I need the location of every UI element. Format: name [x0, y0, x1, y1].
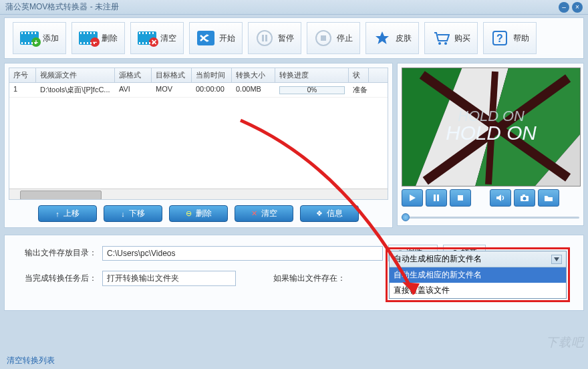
after-task-select[interactable]: 打开转换输出文件夹	[102, 271, 236, 286]
media-controls	[402, 187, 579, 209]
stop-icon	[314, 31, 333, 45]
close-button[interactable]: ×	[572, 2, 583, 13]
col-source[interactable]: 视频源文件	[36, 68, 115, 82]
pause-button[interactable]: 暂停	[248, 22, 301, 54]
chevron-down-icon[interactable]	[551, 255, 562, 264]
list-delete-button[interactable]: ⊖删除	[169, 205, 228, 222]
svg-rect-22	[523, 195, 525, 196]
move-down-button[interactable]: ↓下移	[104, 205, 162, 222]
info-button[interactable]: ❖信息	[300, 205, 359, 222]
svg-rect-19	[458, 195, 463, 201]
watermark-text: 下载吧	[546, 334, 584, 350]
col-progress[interactable]: 转换进度	[275, 68, 349, 82]
pause-label: 暂停	[278, 33, 294, 44]
filmstrip-clear-icon: ✕	[138, 31, 156, 45]
svg-rect-18	[437, 195, 439, 201]
cell-src-format: AVI	[115, 83, 152, 97]
stop-label: 停止	[337, 33, 353, 44]
col-src-format[interactable]: 源格式	[115, 68, 152, 82]
start-label: 开始	[219, 33, 235, 44]
arrow-down-icon: ↓	[121, 210, 125, 218]
window-title: 蒲公英MOV格式转换器 - 未注册	[5, 1, 119, 13]
col-seq[interactable]: 序号	[9, 68, 36, 82]
combo-dropdown-list: 自动生成相应的新文件名 直接覆盖该文件	[390, 267, 566, 298]
cell-source: D:\tools\桌面\[P]fcC...	[36, 83, 115, 97]
cell-progress: 0%	[275, 83, 349, 97]
folder-button[interactable]	[538, 189, 559, 207]
col-tgt-format[interactable]: 目标格式	[152, 68, 192, 82]
media-pause-button[interactable]	[426, 189, 447, 207]
progress-bar: 0%	[279, 86, 345, 94]
delete-label: 删除	[102, 33, 118, 44]
file-list-panel: 序号 视频源文件 源格式 目标格式 当前时间 转换大小 转换进度 状 1 D:\…	[4, 63, 393, 228]
clear-button[interactable]: ✕ 清空	[130, 22, 184, 54]
table-body: 1 D:\tools\桌面\[P]fcC... AVI MOV 00:00:00…	[9, 83, 388, 98]
svg-point-1	[257, 31, 272, 45]
skin-label: 皮肤	[396, 33, 412, 44]
preview-art-icon: HOLD ON HOLD ON	[402, 68, 580, 187]
play-button[interactable]	[402, 189, 423, 207]
svg-rect-0	[197, 31, 214, 45]
stop-button[interactable]: 停止	[307, 22, 360, 54]
x-icon: ✕	[251, 209, 257, 218]
filmstrip-delete-icon: −	[79, 31, 98, 45]
add-button[interactable]: + 添加	[13, 22, 66, 54]
svg-rect-5	[321, 35, 326, 41]
delete-button[interactable]: − 删除	[71, 22, 125, 54]
video-preview[interactable]: HOLD ON HOLD ON	[402, 68, 581, 187]
annotation-highlight-box: 自动生成相应的新文件名 自动生成相应的新文件名 直接覆盖该文件	[386, 247, 570, 302]
svg-text:HOLD ON: HOLD ON	[446, 122, 537, 144]
titlebar: 蒲公英MOV格式转换器 - 未注册 – ×	[0, 0, 588, 15]
move-up-button[interactable]: ↑上移	[38, 205, 97, 222]
filmstrip-add-icon: +	[20, 31, 39, 45]
snapshot-button[interactable]	[514, 189, 535, 207]
minus-circle-icon: ⊖	[186, 209, 192, 218]
list-clear-button[interactable]: ✕清空	[235, 205, 293, 222]
output-dir-label: 输出文件存放目录：	[17, 247, 97, 259]
col-time[interactable]: 当前时间	[192, 68, 232, 82]
cell-status: 准备	[349, 83, 369, 97]
svg-point-7	[444, 42, 447, 45]
col-size[interactable]: 转换大小	[232, 68, 275, 82]
after-task-label: 当完成转换任务后：	[17, 273, 97, 284]
pause-icon	[255, 31, 274, 45]
output-dir-input[interactable]	[102, 246, 383, 261]
shuffle-icon	[196, 31, 215, 45]
media-stop-button[interactable]	[450, 189, 471, 207]
output-settings-panel: 输出文件存放目录： ✺浏览... ✪打开 当完成转换任务后： 打开转换输出文件夹…	[4, 235, 584, 311]
horizontal-scrollbar[interactable]	[9, 189, 388, 199]
help-button[interactable]: ? 帮助	[483, 22, 537, 54]
cell-seq: 1	[9, 83, 36, 97]
combo-option[interactable]: 自动生成相应的新文件名	[390, 267, 566, 283]
svg-rect-2	[262, 35, 264, 41]
svg-rect-17	[434, 195, 436, 201]
col-status[interactable]: 状	[349, 68, 369, 82]
svg-rect-3	[265, 35, 267, 41]
skin-button[interactable]: 皮肤	[365, 22, 419, 54]
seek-slider[interactable]	[402, 213, 579, 221]
file-table[interactable]: 序号 视频源文件 源格式 目标格式 当前时间 转换大小 转换进度 状 1 D:\…	[9, 68, 388, 200]
help-label: 帮助	[513, 33, 529, 44]
combo-selected[interactable]: 自动生成相应的新文件名	[390, 251, 566, 267]
svg-point-21	[523, 197, 527, 201]
list-action-bar: ↑上移 ↓下移 ⊖删除 ✕清空 ❖信息	[9, 200, 388, 223]
svg-text:?: ?	[496, 33, 503, 44]
if-exists-select[interactable]: 自动生成相应的新文件名 自动生成相应的新文件名 直接覆盖该文件	[389, 251, 567, 299]
clear-label: 清空	[160, 33, 176, 44]
cell-size: 0.00MB	[232, 83, 275, 97]
if-exists-label: 如果输出文件存在：	[273, 273, 345, 284]
buy-label: 购买	[454, 33, 470, 44]
star-icon	[373, 31, 392, 45]
add-label: 添加	[43, 33, 59, 44]
clear-list-link[interactable]: 清空转换列表	[7, 355, 55, 366]
slider-thumb[interactable]	[402, 213, 410, 221]
arrow-up-icon: ↑	[55, 210, 59, 218]
combo-option[interactable]: 直接覆盖该文件	[390, 283, 566, 298]
minimize-button[interactable]: –	[559, 2, 569, 13]
start-button[interactable]: 开始	[189, 22, 243, 54]
buy-button[interactable]: 购买	[424, 22, 478, 54]
cell-tgt-format: MOV	[152, 83, 192, 97]
cell-time: 00:00:00	[192, 83, 232, 97]
table-row[interactable]: 1 D:\tools\桌面\[P]fcC... AVI MOV 00:00:00…	[9, 83, 388, 98]
volume-button[interactable]	[490, 189, 511, 207]
